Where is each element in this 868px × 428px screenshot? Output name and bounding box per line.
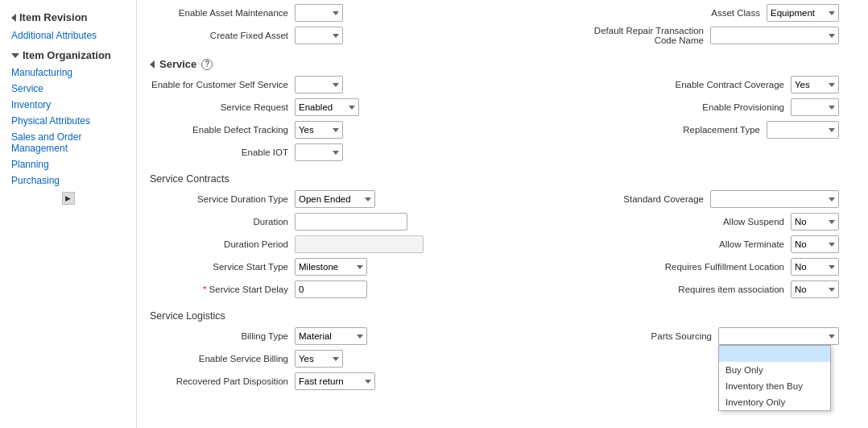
service-section-title: Service — [159, 58, 196, 70]
requires-item-assoc-label: Requires item association — [614, 285, 791, 294]
sidebar-nav-item-purchasing[interactable]: Purchasing — [0, 172, 136, 189]
duration-period-select[interactable] — [295, 235, 424, 253]
allow-suspend-select[interactable]: NoYes — [791, 213, 839, 231]
billing-type-label: Billing Type — [150, 331, 295, 341]
parts-sourcing-option-inventory-then-buy[interactable]: Inventory then Buy — [719, 378, 830, 394]
asset-class-label: Asset Class — [589, 8, 767, 18]
enable-iot-select[interactable]: YesNo — [295, 143, 343, 161]
sidebar-section-title: Item Revision — [19, 11, 88, 23]
enable-contract-coverage-label: Enable Contract Coverage — [614, 80, 791, 89]
service-start-type-label: Service Start Type — [150, 262, 295, 272]
enable-asset-maintenance-select[interactable]: Yes No — [295, 4, 343, 22]
billing-type-select[interactable]: MaterialLaborExpense — [295, 327, 367, 345]
parts-sourcing-option-buy-only[interactable]: Buy Only — [719, 362, 830, 378]
enable-asset-maintenance-label: Enable Asset Maintenance — [150, 8, 295, 18]
create-fixed-asset-label: Create Fixed Asset — [150, 31, 295, 40]
service-start-delay-label: * Service Start Delay — [150, 285, 295, 294]
enable-provisioning-select[interactable]: YesNo — [791, 98, 839, 116]
main-content: Enable Asset Maintenance Yes No Create F… — [137, 0, 868, 428]
standard-coverage-select[interactable] — [710, 190, 839, 208]
service-help-icon[interactable]: ? — [201, 59, 213, 70]
parts-sourcing-container: Buy Only Inventory then Buy Inventory On… — [718, 327, 839, 345]
asset-class-select[interactable]: Equipment Asset — [767, 4, 839, 22]
default-repair-select[interactable] — [710, 27, 839, 44]
requires-fulfillment-select[interactable]: NoYes — [791, 258, 839, 276]
enable-service-billing-select[interactable]: YesNo — [295, 350, 343, 368]
item-revision-triangle — [11, 14, 16, 22]
duration-period-label: Duration Period — [150, 239, 295, 249]
sidebar-nav-item-sales-order-mgmt[interactable]: Sales and Order Management — [0, 129, 136, 156]
sidebar-scroll-button[interactable]: ▶ — [62, 192, 75, 205]
sidebar-nav-item-inventory[interactable]: Inventory — [0, 97, 136, 113]
service-logistics-title: Service Logistics — [150, 305, 855, 325]
requires-item-assoc-select[interactable]: NoYes — [791, 280, 839, 298]
parts-sourcing-dropdown: Buy Only Inventory then Buy Inventory On… — [718, 345, 831, 411]
replacement-type-select[interactable]: StandardUpgrade — [767, 121, 839, 139]
recovered-part-select[interactable]: Fast returnStandard return — [295, 372, 375, 390]
default-repair-label: Default Repair TransactionCode Name — [533, 26, 710, 45]
replacement-type-label: Replacement Type — [589, 125, 767, 135]
enable-contract-coverage-select[interactable]: YesNo — [791, 76, 839, 93]
recovered-part-label: Recovered Part Disposition — [150, 376, 295, 386]
enable-customer-self-svc-label: Enable for Customer Self Service — [150, 80, 295, 89]
item-organization-title: Item Organization — [23, 49, 111, 61]
service-duration-type-label: Service Duration Type — [150, 194, 295, 204]
enable-defect-tracking-label: Enable Defect Tracking — [150, 125, 295, 135]
enable-customer-self-svc-select[interactable]: YesNo — [295, 76, 343, 93]
sidebar-nav-item-physical-attributes[interactable]: Physical Attributes — [0, 113, 136, 129]
service-triangle — [150, 60, 155, 69]
allow-terminate-label: Allow Terminate — [614, 239, 791, 249]
sidebar-nav-item-planning[interactable]: Planning — [0, 156, 136, 172]
enable-iot-label: Enable IOT — [150, 148, 295, 157]
create-fixed-asset-select[interactable]: Yes No — [295, 27, 343, 44]
duration-label: Duration — [150, 217, 295, 226]
allow-terminate-select[interactable]: NoYes — [791, 235, 839, 253]
service-contracts-title: Service Contracts — [150, 168, 855, 188]
service-request-label: Service Request — [150, 102, 295, 112]
sidebar-nav-item-service[interactable]: Service — [0, 81, 136, 97]
parts-sourcing-label: Parts Sourcing — [541, 331, 718, 341]
enable-service-billing-label: Enable Service Billing — [150, 354, 295, 364]
sidebar: Item Revision Additional Attributes Item… — [0, 0, 137, 428]
service-start-delay-input[interactable] — [295, 280, 367, 298]
parts-sourcing-option-inventory-only[interactable]: Inventory Only — [719, 394, 830, 410]
sidebar-nav-item-manufacturing[interactable]: Manufacturing — [0, 64, 136, 81]
service-start-type-select[interactable]: MilestoneOrder Date — [295, 258, 367, 276]
duration-input[interactable] — [295, 213, 407, 231]
enable-provisioning-label: Enable Provisioning — [614, 102, 791, 112]
requires-fulfillment-label: Requires Fulfillment Location — [614, 262, 791, 272]
standard-coverage-label: Standard Coverage — [533, 194, 710, 204]
required-star: * — [203, 285, 209, 294]
parts-sourcing-select[interactable]: Buy Only Inventory then Buy Inventory On… — [718, 327, 839, 345]
item-org-triangle — [11, 53, 19, 58]
additional-attributes-link[interactable]: Additional Attributes — [11, 30, 97, 41]
parts-sourcing-option-empty[interactable] — [719, 346, 830, 362]
enable-defect-tracking-select[interactable]: YesNo — [295, 121, 343, 139]
service-request-select[interactable]: EnabledDisabled — [295, 98, 359, 116]
service-duration-type-select[interactable]: Open EndedFixed Duration — [295, 190, 375, 208]
allow-suspend-label: Allow Suspend — [614, 217, 791, 226]
